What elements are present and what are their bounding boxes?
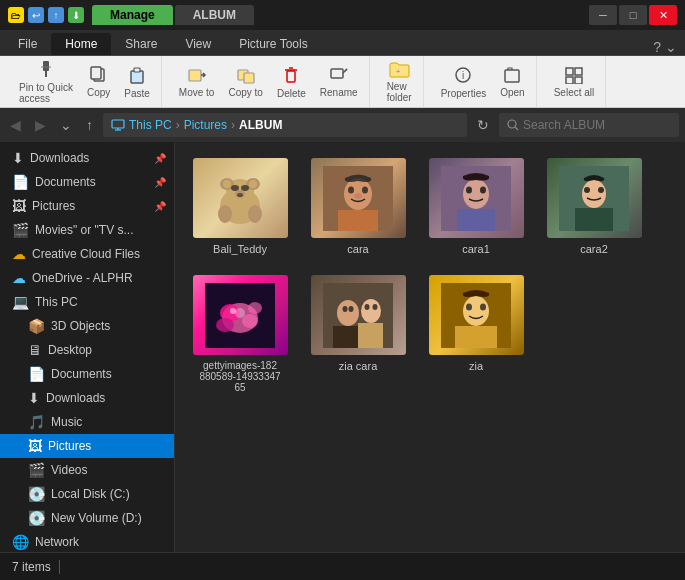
forward-button[interactable]: ▶ bbox=[31, 115, 50, 135]
rename-button[interactable]: Rename bbox=[315, 64, 363, 100]
tab-file[interactable]: File bbox=[4, 33, 51, 55]
sidebar-label: Network bbox=[35, 535, 79, 549]
svg-point-67 bbox=[361, 299, 381, 323]
svg-point-77 bbox=[466, 303, 472, 310]
paste-button[interactable]: Paste bbox=[119, 63, 155, 101]
sidebar-item-movies-quick[interactable]: 🎬 Movies" or "TV s... bbox=[0, 218, 174, 242]
refresh-button[interactable]: ↻ bbox=[473, 115, 493, 135]
delete-button[interactable]: Delete bbox=[272, 63, 311, 101]
sidebar-item-network[interactable]: 🌐 Network bbox=[0, 530, 174, 552]
sidebar-item-downloads-quick[interactable]: ⬇ Downloads 📌 bbox=[0, 146, 174, 170]
sidebar-item-onedrive[interactable]: ☁ OneDrive - ALPHR bbox=[0, 266, 174, 290]
sidebar-label: Downloads bbox=[46, 391, 105, 405]
sidebar-item-pictures-pc[interactable]: 🖼 Pictures bbox=[0, 434, 174, 458]
sidebar: ⬇ Downloads 📌 📄 Documents 📌 🖼 Pictures 📌… bbox=[0, 142, 175, 552]
documents-icon: 📄 bbox=[28, 366, 45, 382]
svg-text:+: + bbox=[396, 67, 401, 76]
sidebar-item-creative-cloud[interactable]: ☁ Creative Cloud Files bbox=[0, 242, 174, 266]
videos-icon: 🎬 bbox=[28, 462, 45, 478]
file-thumbnail bbox=[429, 275, 524, 355]
sidebar-item-desktop[interactable]: 🖥 Desktop bbox=[0, 338, 174, 362]
breadcrumb-this-pc[interactable]: This PC bbox=[129, 118, 172, 132]
file-item-gettyimages[interactable]: gettyimages-182880589-1493334765 bbox=[185, 269, 295, 399]
svg-rect-10 bbox=[287, 71, 295, 82]
manage-tab[interactable]: Manage bbox=[92, 5, 173, 25]
file-item-zia[interactable]: zia bbox=[421, 269, 531, 399]
sidebar-item-videos[interactable]: 🎬 Videos bbox=[0, 458, 174, 482]
teddy-bear-image bbox=[205, 166, 275, 231]
new-folder-button[interactable]: + Newfolder bbox=[382, 58, 417, 105]
file-item-bali-teddy[interactable]: Bali_Teddy bbox=[185, 152, 295, 261]
svg-point-66 bbox=[337, 300, 359, 326]
file-name: cara1 bbox=[462, 243, 490, 255]
file-item-cara1[interactable]: cara1 bbox=[421, 152, 531, 261]
file-thumbnail bbox=[429, 158, 524, 238]
file-thumbnail bbox=[547, 158, 642, 238]
svg-point-53 bbox=[582, 180, 606, 208]
svg-rect-23 bbox=[575, 77, 582, 84]
search-icon bbox=[507, 119, 519, 131]
sidebar-label: Documents bbox=[35, 175, 96, 189]
ribbon-select: Select all bbox=[543, 56, 607, 107]
sidebar-item-pictures-quick[interactable]: 🖼 Pictures 📌 bbox=[0, 194, 174, 218]
item-count: 7 items bbox=[12, 560, 51, 574]
tab-home[interactable]: Home bbox=[51, 33, 111, 55]
sidebar-label: Documents bbox=[51, 367, 112, 381]
album-tab[interactable]: ALBUM bbox=[175, 5, 254, 25]
dropdown-button[interactable]: ⌄ bbox=[56, 115, 76, 135]
sidebar-item-documents-pc[interactable]: 📄 Documents bbox=[0, 362, 174, 386]
sidebar-label: Pictures bbox=[32, 199, 75, 213]
open-button[interactable]: Open bbox=[495, 64, 529, 100]
sidebar-item-documents-quick[interactable]: 📄 Documents 📌 bbox=[0, 170, 174, 194]
up-button[interactable]: ↑ bbox=[82, 115, 97, 135]
sidebar-label: OneDrive - ALPHR bbox=[32, 271, 133, 285]
help-icon[interactable]: ? bbox=[653, 39, 661, 55]
sidebar-item-local-disk-c[interactable]: 💽 Local Disk (C:) bbox=[0, 482, 174, 506]
svg-rect-20 bbox=[566, 68, 573, 75]
sidebar-item-this-pc[interactable]: 💻 This PC bbox=[0, 290, 174, 314]
sidebar-item-3d-objects[interactable]: 📦 3D Objects bbox=[0, 314, 174, 338]
maximize-button[interactable]: □ bbox=[619, 5, 647, 25]
sidebar-item-new-volume-d[interactable]: 💽 New Volume (D:) bbox=[0, 506, 174, 530]
move-to-button[interactable]: Move to bbox=[174, 64, 220, 100]
file-thumbnail bbox=[193, 275, 288, 355]
svg-point-39 bbox=[218, 205, 232, 223]
desktop-icon: 🖥 bbox=[28, 342, 42, 358]
ribbon-new: + Newfolder bbox=[376, 56, 424, 107]
svg-point-56 bbox=[598, 187, 604, 193]
pin-icon: 📌 bbox=[154, 201, 166, 212]
tab-view[interactable]: View bbox=[171, 33, 225, 55]
minimize-button[interactable]: ─ bbox=[589, 5, 617, 25]
ribbon-tab-right: ? ⌄ bbox=[653, 39, 685, 55]
pin-quick-access-button[interactable]: Pin to Quickaccess bbox=[14, 57, 78, 106]
sidebar-item-music[interactable]: 🎵 Music bbox=[0, 410, 174, 434]
downloads-icon: ⬇ bbox=[12, 150, 24, 166]
file-item-zia-cara[interactable]: zia cara bbox=[303, 269, 413, 399]
tab-share[interactable]: Share bbox=[111, 33, 171, 55]
svg-rect-6 bbox=[134, 68, 140, 72]
back-button[interactable]: ◀ bbox=[6, 115, 25, 135]
file-item-cara[interactable]: cara bbox=[303, 152, 413, 261]
tab-picture-tools[interactable]: Picture Tools bbox=[225, 33, 321, 55]
close-button[interactable]: ✕ bbox=[649, 5, 677, 25]
search-box[interactable] bbox=[499, 113, 679, 137]
chevron-down-icon[interactable]: ⌄ bbox=[665, 39, 677, 55]
breadcrumb-pictures[interactable]: Pictures bbox=[184, 118, 227, 132]
copy-to-button[interactable]: Copy to bbox=[223, 64, 267, 100]
svg-rect-9 bbox=[244, 73, 254, 83]
properties-button[interactable]: i Properties bbox=[436, 63, 492, 101]
sidebar-label: Pictures bbox=[48, 439, 91, 453]
sidebar-label: New Volume (D:) bbox=[51, 511, 142, 525]
sidebar-item-downloads-pc[interactable]: ⬇ Downloads bbox=[0, 386, 174, 410]
breadcrumb-album[interactable]: ALBUM bbox=[239, 118, 282, 132]
sidebar-this-pc: 💻 This PC 📦 3D Objects 🖥 Desktop 📄 Docum… bbox=[0, 290, 174, 530]
search-input[interactable] bbox=[523, 118, 671, 132]
svg-point-63 bbox=[235, 308, 245, 318]
file-item-cara2[interactable]: cara2 bbox=[539, 152, 649, 261]
sidebar-network: 🌐 Network bbox=[0, 530, 174, 552]
select-all-button[interactable]: Select all bbox=[549, 64, 600, 100]
cara-image bbox=[323, 166, 393, 231]
copy-button[interactable]: Copy bbox=[82, 64, 115, 100]
ribbon-clipboard: Pin to Quickaccess Copy Paste bbox=[8, 56, 162, 107]
ribbon-open: i Properties Open bbox=[430, 56, 537, 107]
